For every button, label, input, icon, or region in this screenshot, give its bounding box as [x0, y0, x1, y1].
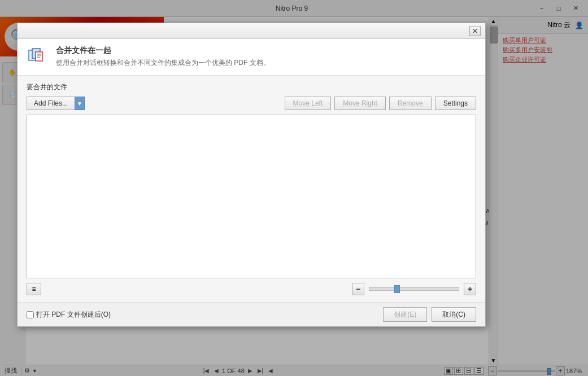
thumbnail-zoom-in-btn[interactable]: + — [464, 283, 476, 295]
settings-button[interactable]: Settings — [435, 97, 476, 110]
merge-dialog: ✕ 合并文件在一起 使用合并对话框转换和合并不同文件的集成合为一个优美的 PDF… — [17, 23, 486, 327]
open-pdf-checkbox[interactable] — [27, 311, 34, 318]
open-after-create-row: 打开 PDF 文件创建后(O) — [27, 310, 111, 320]
section-label: 要合并的文件 — [27, 82, 476, 92]
thumbnail-zoom-slider[interactable] — [369, 287, 459, 291]
add-files-button[interactable]: Add Files... — [27, 97, 75, 110]
thumbnail-zoom-out-btn[interactable]: − — [352, 283, 364, 295]
open-pdf-label[interactable]: 打开 PDF 文件创建后(O) — [36, 310, 111, 320]
dialog-header: 合并文件在一起 使用合并对话框转换和合并不同文件的集成合为一个优美的 PDF 文… — [18, 39, 485, 76]
merge-icon — [27, 46, 49, 68]
dialog-body: 要合并的文件 Add Files... ▼ Move Left Move Rig… — [18, 76, 485, 302]
thumbnail-zoom-handle[interactable] — [394, 285, 400, 293]
modal-overlay: ✕ 合并文件在一起 使用合并对话框转换和合并不同文件的集成合为一个优美的 PDF… — [0, 0, 588, 376]
cancel-button[interactable]: 取消(C) — [432, 307, 476, 322]
dialog-subtitle: 使用合并对话框转换和合并不同文件的集成合为一个优美的 PDF 文档。 — [56, 58, 270, 68]
add-files-dropdown-arrow[interactable]: ▼ — [75, 97, 85, 110]
dialog-main-title: 合并文件在一起 — [56, 46, 270, 56]
dialog-footer: 打开 PDF 文件创建后(O) 创建(E) 取消(C) — [18, 302, 485, 326]
add-files-group: Add Files... ▼ — [27, 97, 85, 110]
thumbnail-toolbar: ≡ − + — [27, 283, 476, 295]
move-right-button[interactable]: Move Right — [334, 97, 386, 110]
file-list-area[interactable] — [27, 115, 476, 278]
dialog-close-button[interactable]: ✕ — [469, 26, 481, 36]
move-left-button[interactable]: Move Left — [285, 97, 332, 110]
remove-button[interactable]: Remove — [389, 97, 432, 110]
svg-rect-2 — [36, 52, 42, 61]
dialog-titlebar: ✕ — [18, 23, 485, 39]
list-view-button[interactable]: ≡ — [27, 283, 41, 295]
create-button[interactable]: 创建(E) — [383, 307, 427, 322]
files-toolbar: Add Files... ▼ Move Left Move Right Remo… — [27, 97, 476, 110]
dialog-header-text: 合并文件在一起 使用合并对话框转换和合并不同文件的集成合为一个优美的 PDF 文… — [56, 46, 270, 68]
list-view-icon: ≡ — [32, 285, 36, 293]
